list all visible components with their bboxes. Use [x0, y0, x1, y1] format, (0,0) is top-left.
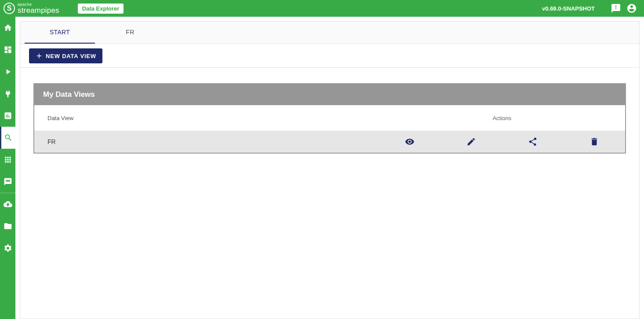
table-row: FR [34, 131, 625, 153]
logo-mark-icon [4, 3, 15, 14]
brand-logo[interactable]: apache streampipes [4, 3, 59, 14]
chat-icon [4, 177, 12, 186]
topbar: apache streampipes Data Explorer v0.69.0… [0, 0, 644, 17]
panel-title: My Data Views [34, 84, 625, 105]
announcement-icon [611, 3, 621, 14]
sidebar-item-install[interactable] [0, 193, 15, 215]
eye-icon [405, 137, 415, 147]
sidebar-item-apps[interactable] [0, 149, 15, 171]
section-chip: Data Explorer [78, 4, 124, 14]
trash-icon [589, 137, 599, 147]
sidebar-item-pipelines[interactable] [0, 61, 15, 83]
column-header-actions: Actions [379, 115, 625, 121]
table-header-row: Data View Actions [34, 105, 625, 131]
column-header-name: Data View [34, 115, 379, 121]
toolbar: NEW DATA VIEW [20, 44, 639, 68]
sidebar [0, 17, 15, 319]
share-button[interactable] [524, 133, 542, 150]
tab-fr[interactable]: FR [95, 22, 165, 44]
bar-chart-icon [4, 111, 12, 120]
play-icon [4, 67, 12, 76]
pencil-icon [466, 137, 476, 147]
folder-icon [4, 222, 12, 231]
sidebar-item-files[interactable] [0, 215, 15, 237]
main-area: START FR NEW DATA VIEW My Data Views Dat… [15, 17, 644, 319]
home-icon [4, 23, 12, 32]
data-views-panel: My Data Views Data View Actions FR [33, 83, 626, 154]
row-name: FR [34, 138, 379, 145]
data-views-table: Data View Actions FR [34, 105, 625, 153]
version-text: v0.69.0-SNAPSHOT [542, 5, 595, 12]
sidebar-item-settings[interactable] [0, 237, 15, 259]
account-circle-icon [626, 3, 637, 14]
view-button[interactable] [401, 133, 418, 150]
tabbar: START FR [20, 22, 639, 44]
sidebar-item-editor[interactable] [0, 39, 15, 61]
tab-start[interactable]: START [25, 22, 95, 44]
sidebar-item-connect[interactable] [0, 83, 15, 105]
sidebar-item-dashboard[interactable] [0, 105, 15, 127]
sidebar-item-data-explorer[interactable] [0, 127, 15, 149]
cloud-download-icon [4, 200, 12, 209]
new-data-view-label: NEW DATA VIEW [46, 53, 96, 59]
dashboard-icon [4, 45, 12, 54]
sidebar-item-home[interactable] [0, 17, 15, 39]
account-button[interactable] [626, 3, 637, 14]
gear-icon [4, 244, 12, 253]
sidebar-item-notifications[interactable] [0, 171, 15, 193]
edit-button[interactable] [462, 133, 480, 150]
search-icon [4, 133, 13, 142]
share-icon [528, 137, 538, 147]
apps-icon [4, 155, 12, 164]
main-card: START FR NEW DATA VIEW My Data Views Dat… [20, 21, 640, 319]
new-data-view-button[interactable]: NEW DATA VIEW [29, 48, 102, 63]
delete-button[interactable] [586, 133, 603, 150]
plus-icon [35, 52, 43, 60]
brand-name-text: streampipes [18, 7, 59, 14]
plug-icon [4, 89, 12, 98]
notifications-button[interactable] [611, 3, 621, 14]
